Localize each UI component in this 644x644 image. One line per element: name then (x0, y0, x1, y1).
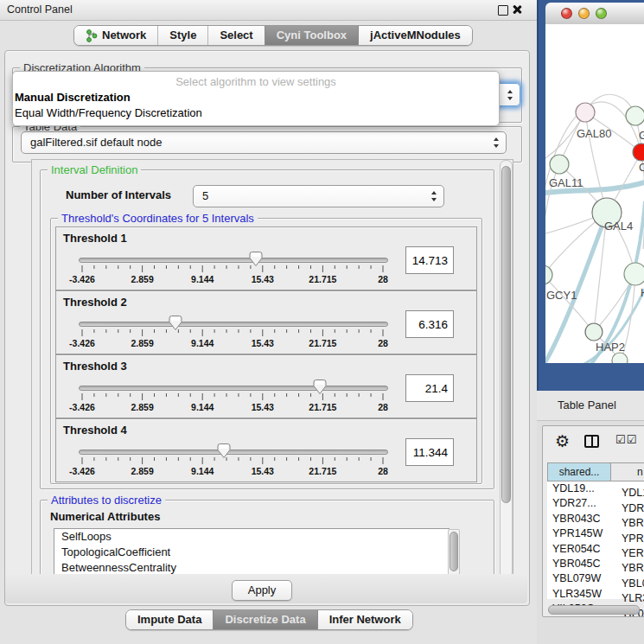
slider-tick-label: 15.43 (252, 402, 274, 412)
table-cell: YLR345W (547, 587, 615, 602)
network-edge (545, 275, 592, 330)
table-cell: YBR043C (547, 512, 615, 526)
slider-tick-label: 21.715 (309, 338, 336, 348)
mac-minimize-icon[interactable] (578, 8, 590, 19)
tab-cyni-toolbox[interactable]: Cyni Toolbox (265, 26, 358, 45)
attribute-list-item[interactable]: SelfLoops (54, 529, 449, 545)
checkbox-icons[interactable]: ☑☑ (615, 433, 637, 446)
network-node[interactable] (576, 103, 595, 122)
algorithm-popup-item[interactable]: Manual Discretization (15, 91, 131, 104)
network-node[interactable] (585, 323, 603, 341)
network-node[interactable] (626, 106, 644, 125)
network-node[interactable] (612, 353, 628, 363)
slider-ticks (70, 393, 399, 401)
tab-label: Network (102, 26, 146, 45)
bottom-tab-discretize-data[interactable]: Discretize Data (213, 610, 316, 629)
bottom-tab-infer-network[interactable]: Infer Network (317, 610, 412, 629)
threshold-slider-thumb[interactable] (313, 379, 327, 395)
tab-label: Style (169, 26, 196, 45)
slider-tick-label: 28 (378, 466, 388, 476)
tab-network[interactable]: Network (74, 26, 157, 45)
threshold-slider-thumb[interactable] (249, 251, 263, 267)
network-node[interactable] (550, 155, 569, 174)
slider-tick-label: 9.144 (191, 466, 214, 476)
table-row[interactable]: YDL19...YDL1 (547, 481, 644, 496)
network-node[interactable] (545, 265, 552, 284)
threshold-value-field[interactable]: 6.316 (405, 310, 454, 338)
threshold-slider-track[interactable] (79, 450, 388, 455)
gear-icon[interactable]: ⚙ (555, 431, 570, 451)
threshold-slider-track[interactable] (79, 258, 388, 263)
float-panel-icon[interactable] (498, 5, 508, 16)
number-of-intervals-combo[interactable]: 5 (193, 185, 444, 207)
slider-ticks (70, 457, 399, 465)
apply-button[interactable]: Apply (232, 580, 292, 601)
slider-tick-label: 2.859 (131, 338, 153, 348)
settings-vertical-scrollbar-thumb[interactable] (501, 166, 511, 503)
control-panel-titlebar: Control Panel (0, 0, 537, 21)
table-panel-title: Table Panel (558, 399, 616, 411)
attributes-group-label: Attributes to discretize (48, 494, 165, 507)
table-header-row: shared...n (547, 462, 644, 481)
threshold-value-field[interactable]: 21.4 (405, 374, 454, 402)
table-row[interactable]: YBR043CYBR0 (547, 512, 644, 526)
threshold-slider-track[interactable] (79, 322, 388, 327)
table-column-header[interactable]: n (611, 462, 644, 481)
bottom-tab-impute-data[interactable]: Impute Data (126, 610, 213, 629)
split-pane-icon[interactable] (584, 435, 599, 448)
table-cell: YBR045C (547, 557, 615, 571)
threshold-slider-thumb[interactable] (217, 443, 231, 459)
table-data-combo[interactable]: galFiltered.sif default node (21, 131, 507, 154)
slider-tick-label: 9.144 (191, 338, 214, 348)
slider-tick-label: 9.144 (191, 274, 214, 284)
network-node[interactable] (633, 143, 644, 161)
threshold-value-field[interactable]: 14.713 (405, 246, 454, 274)
control-panel-title: Control Panel (7, 3, 73, 16)
tab-label: Select (220, 26, 252, 45)
settings-vertical-scrollbar[interactable] (500, 160, 513, 578)
network-node[interactable] (624, 263, 644, 285)
tab-style[interactable]: Style (157, 26, 207, 45)
slider-tick-label: 15.43 (252, 274, 274, 284)
tab-select[interactable]: Select (207, 26, 264, 45)
mac-zoom-icon[interactable] (596, 8, 607, 19)
table-row[interactable]: YPR145WYPR1 (547, 526, 644, 541)
slider-tick-label: 2.859 (131, 466, 153, 476)
threshold-slider-thumb[interactable] (169, 315, 182, 331)
tab-jactivemnodules[interactable]: jActiveMNodules (358, 26, 472, 45)
bottom-tab-label: Impute Data (137, 610, 201, 629)
table-horizontal-scrollbar-thumb[interactable] (548, 605, 640, 615)
table-panel: ⚙ ☑☑ shared...n YDL19...YDL1YDR27...YDR2… (542, 425, 644, 617)
table-row[interactable]: YDR27...YDR2 (547, 496, 644, 511)
network-window-titlebar (545, 3, 644, 25)
attributes-scrollbar-thumb[interactable] (450, 532, 458, 571)
combo-arrows-icon (430, 190, 438, 202)
table-row[interactable]: YBR045CYBR0 (547, 557, 644, 571)
table-row[interactable]: YLR345WYLR3 (547, 587, 644, 602)
algorithm-popup-item[interactable]: Equal Width/Frequency Discretization (15, 106, 202, 119)
threshold-value-field[interactable]: 11.344 (405, 438, 454, 466)
table-row[interactable]: YER054CYER0 (547, 542, 644, 557)
attribute-list-item[interactable]: TopologicalCoefficient (54, 545, 449, 560)
number-of-intervals-label: Number of Intervals (66, 188, 171, 201)
numerical-attributes-list[interactable]: SelfLoopsTopologicalCoefficientBetweenne… (54, 528, 450, 577)
threshold-label: Threshold 1 (63, 232, 127, 245)
slider-tick-label: 15.43 (252, 338, 274, 348)
threshold-label: Threshold 2 (63, 296, 127, 309)
network-canvas[interactable]: GAL80GACGAL11GAL4GCY1HHAP2 (545, 24, 644, 363)
bottom-tabs: Impute DataDiscretize DataInfer Network (125, 609, 413, 630)
slider-tick-label: -3.426 (69, 338, 95, 348)
slider-tick-label: 21.715 (309, 402, 336, 412)
threshold-slider-track[interactable] (79, 386, 388, 391)
mac-close-icon[interactable] (561, 8, 572, 19)
table-column-header[interactable]: shared... (547, 462, 611, 481)
close-panel-icon[interactable] (512, 4, 522, 15)
threshold-label: Threshold 3 (63, 360, 127, 373)
table-row[interactable]: YBL079WYBL0 (547, 571, 644, 586)
slider-tick-label: 28 (378, 402, 388, 412)
threshold-label: Threshold 4 (63, 424, 127, 437)
interval-definition-group-label: Interval Definition (48, 163, 141, 176)
attributes-scrollbar[interactable] (448, 529, 460, 577)
network-node-label: GAL11 (549, 176, 583, 189)
top-tabs: NetworkStyleSelectCyni ToolboxjActiveMNo… (73, 25, 473, 46)
